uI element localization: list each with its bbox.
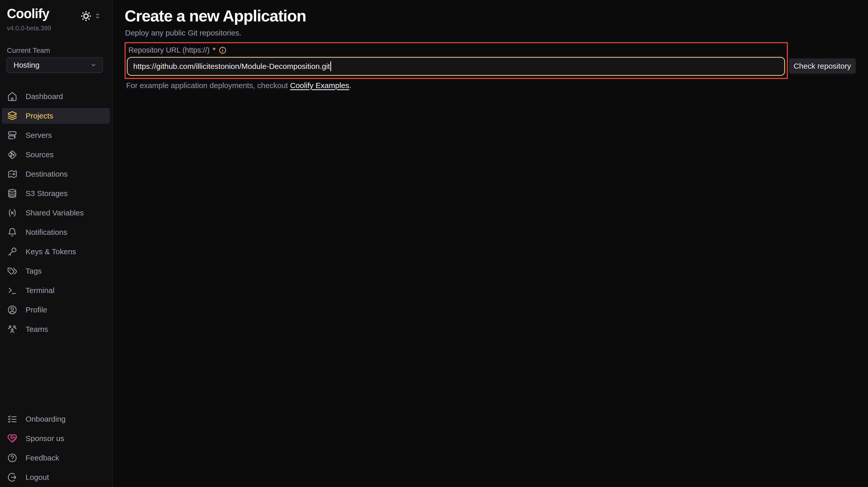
text-cursor (330, 62, 331, 71)
sidebar-item-label: Onboarding (26, 415, 66, 423)
home-icon (7, 91, 18, 102)
check-repository-button[interactable]: Check repository (789, 59, 856, 74)
team-select[interactable]: Hosting (6, 57, 103, 73)
sidebar-item-label: Tags (26, 267, 41, 275)
app-version: v4.0.0-beta.399 (7, 25, 51, 32)
info-icon[interactable] (219, 46, 227, 54)
sidebar-item-label: Teams (26, 325, 48, 334)
server-icon (7, 130, 18, 140)
circle-user-icon (7, 305, 18, 315)
sidebar-item-notifications[interactable]: Notifications (2, 224, 110, 240)
help-circle-icon (7, 453, 18, 463)
sidebar-item-label: Servers (26, 131, 52, 140)
sidebar: Coolify v4.0.0-beta.399 Current Team Hos… (0, 0, 113, 487)
database-icon (7, 188, 18, 199)
sidebar-item-logout[interactable]: Logout (2, 469, 110, 485)
sidebar-item-sources[interactable]: Sources (2, 147, 110, 163)
sidebar-item-dashboard[interactable]: Dashboard (2, 89, 110, 104)
team-select-value: Hosting (13, 61, 90, 69)
sidebar-main-nav: Dashboard Projects (0, 89, 113, 341)
users-icon (7, 324, 18, 334)
sidebar-footer-nav: Onboarding Sponsor us (0, 411, 113, 487)
sidebar-item-label: Dashboard (26, 92, 63, 101)
sidebar-item-label: Profile (26, 305, 47, 314)
terminal-icon (7, 285, 18, 296)
sidebar-item-label: Shared Variables (26, 208, 84, 217)
repository-field-highlight: Repository URL (https://) * https://gith… (125, 42, 788, 79)
map-icon (7, 169, 18, 179)
sidebar-item-shared-variables[interactable]: Shared Variables (2, 205, 110, 221)
sidebar-item-teams[interactable]: Teams (2, 321, 110, 337)
repository-url-label-row: Repository URL (https://) * (128, 46, 227, 54)
layers-icon (7, 111, 18, 121)
sidebar-item-label: Notifications (26, 228, 67, 237)
repository-url-input[interactable]: https://github.com/illicitestonion/Modul… (127, 57, 785, 76)
main-content: Create a new Application Deploy any publ… (113, 0, 868, 487)
sidebar-item-label: Destinations (26, 170, 68, 178)
sidebar-item-label: S3 Storages (26, 189, 68, 198)
page-title: Create a new Application (125, 7, 306, 25)
sidebar-item-destinations[interactable]: Destinations (2, 166, 110, 182)
sidebar-item-s3-storages[interactable]: S3 Storages (2, 186, 110, 201)
sidebar-item-terminal[interactable]: Terminal (2, 283, 110, 298)
helper-suffix: . (349, 81, 351, 90)
list-checks-icon (7, 414, 18, 424)
sidebar-item-profile[interactable]: Profile (2, 302, 110, 318)
chevron-down-icon (90, 61, 97, 69)
log-out-icon (7, 472, 18, 482)
variable-icon (7, 208, 18, 218)
sidebar-item-label: Feedback (26, 454, 59, 462)
theme-toggle-sun-icon[interactable] (80, 10, 92, 22)
key-icon (7, 247, 18, 257)
current-team-label: Current Team (7, 46, 50, 55)
sidebar-item-label: Keys & Tokens (26, 247, 76, 256)
coolify-app-window: Coolify v4.0.0-beta.399 Current Team Hos… (0, 0, 868, 487)
chevrons-up-down-icon[interactable] (93, 12, 102, 20)
sidebar-item-keys-tokens[interactable]: Keys & Tokens (2, 244, 110, 260)
sidebar-item-onboarding[interactable]: Onboarding (2, 411, 110, 427)
sidebar-item-projects[interactable]: Projects (2, 108, 110, 124)
helper-text: For example application deployments, che… (126, 81, 351, 90)
repository-url-label: Repository URL (https://) (128, 46, 210, 54)
app-logo[interactable]: Coolify (7, 6, 49, 21)
sidebar-item-label: Terminal (26, 286, 54, 295)
page-subtitle: Deploy any public Git repositories. (125, 29, 241, 37)
sidebar-item-label: Projects (26, 111, 53, 120)
tags-icon (7, 266, 18, 276)
sidebar-item-feedback[interactable]: Feedback (2, 450, 110, 466)
sidebar-item-label: Sponsor us (26, 434, 64, 443)
required-marker: * (213, 46, 215, 54)
helper-prefix: For example application deployments, che… (126, 81, 290, 90)
bell-icon (7, 227, 18, 237)
sidebar-item-sponsor-us[interactable]: Sponsor us (2, 431, 110, 447)
repository-url-value: https://github.com/illicitestonion/Modul… (133, 62, 330, 71)
sidebar-item-label: Logout (26, 473, 49, 482)
coolify-examples-link[interactable]: Coolify Examples (290, 81, 349, 90)
sidebar-item-servers[interactable]: Servers (2, 127, 110, 143)
sidebar-item-label: Sources (26, 150, 54, 159)
sidebar-item-tags[interactable]: Tags (2, 263, 110, 279)
git-icon (7, 150, 18, 160)
heart-handshake-icon (7, 433, 18, 444)
